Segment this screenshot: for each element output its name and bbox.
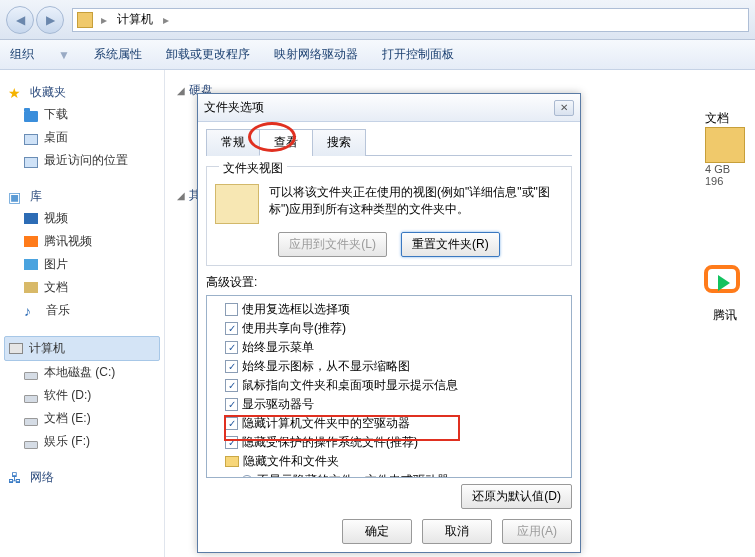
system-props[interactable]: 系统属性 — [94, 46, 142, 63]
tab-search[interactable]: 搜索 — [312, 129, 366, 156]
setting-label: 隐藏受保护的操作系统文件(推荐) — [242, 434, 418, 451]
apply-to-folders-button[interactable]: 应用到文件夹(L) — [278, 232, 387, 257]
checkbox[interactable] — [225, 303, 238, 316]
sidebar-drive-f[interactable]: 娱乐 (F:) — [4, 430, 160, 453]
disk-icon — [24, 418, 38, 426]
tab-general[interactable]: 常规 — [206, 129, 260, 156]
folder-view-icon — [215, 184, 259, 224]
setting-row[interactable]: ✓显示驱动器号 — [209, 395, 569, 414]
sidebar-videos[interactable]: 视频 — [4, 207, 160, 230]
restore-defaults-button[interactable]: 还原为默认值(D) — [461, 484, 572, 509]
checkbox[interactable]: ✓ — [225, 322, 238, 335]
address-box[interactable]: ▸ 计算机 ▸ — [72, 8, 749, 32]
sidebar-music[interactable]: ♪音乐 — [4, 299, 160, 322]
expand-icon[interactable]: ◢ — [177, 190, 185, 201]
tencent-icon — [24, 236, 38, 247]
computer-icon — [9, 343, 23, 354]
radio[interactable] — [241, 475, 253, 479]
folder-icon — [24, 111, 38, 122]
libraries-header[interactable]: ▣库 — [4, 186, 160, 207]
setting-label: 显示驱动器号 — [242, 396, 314, 413]
setting-label: 鼠标指向文件夹和桌面项时显示提示信息 — [242, 377, 458, 394]
sidebar-recent[interactable]: 最近访问的位置 — [4, 149, 160, 172]
tencent-item[interactable]: 腾讯 — [704, 265, 746, 324]
open-control-panel[interactable]: 打开控制面板 — [382, 46, 454, 63]
recent-icon — [24, 157, 38, 168]
checkbox[interactable]: ✓ — [225, 398, 238, 411]
setting-label: 使用共享向导(推荐) — [242, 320, 346, 337]
folder-icon — [225, 456, 239, 467]
sidebar-tencent-video[interactable]: 腾讯视频 — [4, 230, 160, 253]
setting-row[interactable]: ✓始终显示图标，从不显示缩略图 — [209, 357, 569, 376]
advanced-label: 高级设置: — [206, 274, 572, 291]
checkbox[interactable]: ✓ — [225, 417, 238, 430]
sidebar-desktop[interactable]: 桌面 — [4, 126, 160, 149]
ok-button[interactable]: 确定 — [342, 519, 412, 544]
sidebar-drive-e[interactable]: 文档 (E:) — [4, 407, 160, 430]
checkbox[interactable]: ✓ — [225, 341, 238, 354]
folder-options-dialog: 文件夹选项 ✕ 常规 查看 搜索 文件夹视图 可以将该文件夹正在使用的视图(例如… — [197, 93, 581, 553]
video-icon — [24, 213, 38, 224]
apply-button[interactable]: 应用(A) — [502, 519, 572, 544]
setting-row[interactable]: ✓始终显示菜单 — [209, 338, 569, 357]
checkbox[interactable]: ✓ — [225, 360, 238, 373]
cancel-button[interactable]: 取消 — [422, 519, 492, 544]
uninstall-programs[interactable]: 卸载或更改程序 — [166, 46, 250, 63]
setting-label: 隐藏计算机文件夹中的空驱动器 — [242, 415, 410, 432]
frame-label: 文件夹视图 — [219, 160, 287, 177]
setting-row[interactable]: ✓鼠标指向文件夹和桌面项时显示提示信息 — [209, 376, 569, 395]
toolbar: 组织 ▼ 系统属性 卸载或更改程序 映射网络驱动器 打开控制面板 — [0, 40, 755, 70]
folder-view-frame: 文件夹视图 可以将该文件夹正在使用的视图(例如"详细信息"或"图标")应用到所有… — [206, 166, 572, 266]
nav-fwd-button[interactable]: ▶ — [36, 6, 64, 34]
sidebar-drive-c[interactable]: 本地磁盘 (C:) — [4, 361, 160, 384]
doc-size: 4 GB — [705, 163, 745, 175]
setting-row[interactable]: ✓隐藏计算机文件夹中的空驱动器 — [209, 414, 569, 433]
frame-description: 可以将该文件夹正在使用的视图(例如"详细信息"或"图标")应用到所有这种类型的文… — [269, 184, 563, 224]
sidebar-drive-d[interactable]: 软件 (D:) — [4, 384, 160, 407]
favorites-header[interactable]: ★收藏夹 — [4, 82, 160, 103]
network-header[interactable]: 🖧网络 — [4, 467, 160, 488]
setting-label: 隐藏文件和文件夹 — [243, 453, 339, 470]
dialog-title: 文件夹选项 — [204, 99, 264, 116]
tencent-video-icon — [704, 265, 740, 293]
setting-label: 始终显示图标，从不显示缩略图 — [242, 358, 410, 375]
doc-item[interactable]: 文档 4 GB 196 — [705, 110, 745, 187]
disk-icon — [24, 372, 38, 380]
checkbox[interactable]: ✓ — [225, 379, 238, 392]
setting-label: 始终显示菜单 — [242, 339, 314, 356]
setting-row[interactable]: ✓隐藏受保护的操作系统文件(推荐) — [209, 433, 569, 452]
reset-folders-button[interactable]: 重置文件夹(R) — [401, 232, 500, 257]
checkbox[interactable]: ✓ — [225, 436, 238, 449]
expand-icon[interactable]: ◢ — [177, 85, 185, 96]
desktop-icon — [24, 134, 38, 145]
address-bar: ◀ ▶ ▸ 计算机 ▸ — [0, 0, 755, 40]
nav-back-button[interactable]: ◀ — [6, 6, 34, 34]
library-icon: ▣ — [8, 189, 24, 205]
music-icon: ♪ — [24, 303, 40, 319]
map-network-drive[interactable]: 映射网络驱动器 — [274, 46, 358, 63]
setting-row[interactable]: ✓使用共享向导(推荐) — [209, 319, 569, 338]
close-button[interactable]: ✕ — [554, 100, 574, 116]
setting-row[interactable]: 隐藏文件和文件夹 — [209, 452, 569, 471]
sidebar-pictures[interactable]: 图片 — [4, 253, 160, 276]
tab-view[interactable]: 查看 — [259, 129, 313, 156]
crumb-computer[interactable]: 计算机 — [111, 11, 159, 28]
computer-header[interactable]: 计算机 — [4, 336, 160, 361]
nav-sidebar: ★收藏夹 下载 桌面 最近访问的位置 ▣库 视频 腾讯视频 图片 文档 ♪音乐 … — [0, 70, 165, 557]
disk-icon — [24, 441, 38, 449]
star-icon: ★ — [8, 85, 24, 101]
setting-label: 使用复选框以选择项 — [242, 301, 350, 318]
document-icon — [24, 282, 38, 293]
advanced-settings-list[interactable]: 使用复选框以选择项✓使用共享向导(推荐)✓始终显示菜单✓始终显示图标，从不显示缩… — [206, 295, 572, 478]
sidebar-downloads[interactable]: 下载 — [4, 103, 160, 126]
dialog-titlebar[interactable]: 文件夹选项 ✕ — [198, 94, 580, 122]
organize-menu[interactable]: 组织 — [10, 46, 34, 63]
doc-num: 196 — [705, 175, 745, 187]
right-column: 文档 4 GB 196 腾讯 — [695, 70, 755, 557]
doc-label: 文档 — [705, 110, 745, 127]
sidebar-documents[interactable]: 文档 — [4, 276, 160, 299]
setting-row[interactable]: 使用复选框以选择项 — [209, 300, 569, 319]
setting-row[interactable]: 不显示隐藏的文件、文件夹或驱动器 — [209, 471, 569, 478]
dropdown-icon: ▼ — [58, 48, 70, 62]
disk-icon — [24, 395, 38, 403]
